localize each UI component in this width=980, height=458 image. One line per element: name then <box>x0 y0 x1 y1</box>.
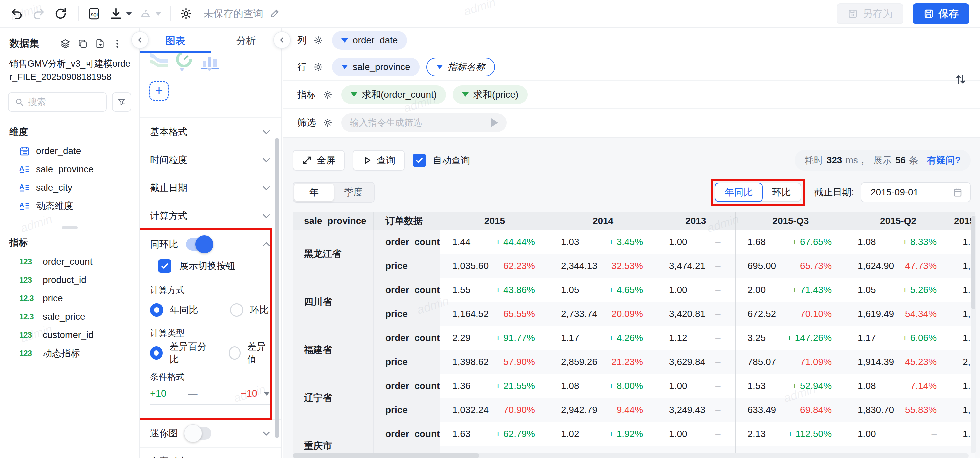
save-as-button[interactable]: 另存为 <box>837 3 903 24</box>
metrics-gear-icon[interactable] <box>323 90 332 100</box>
layers-icon[interactable] <box>60 38 71 49</box>
field-sale_province[interactable]: A sale_province <box>0 160 139 178</box>
field-product_id[interactable]: 123product_id <box>0 271 139 289</box>
edit-title-pencil-icon[interactable] <box>269 8 280 19</box>
columns-gear-icon[interactable] <box>313 35 323 45</box>
panel-scrollbar[interactable] <box>275 138 279 438</box>
checkbox-checked-icon[interactable] <box>413 154 426 167</box>
period-comparison-toggle[interactable] <box>186 238 212 251</box>
value-cell: 1.08 <box>846 230 896 254</box>
section-sparkline[interactable]: 迷你图 <box>140 419 282 447</box>
province-cell: 黑龙江省 <box>293 230 374 278</box>
save-button[interactable]: 保存 <box>913 3 969 24</box>
run-query-button[interactable]: 查询 <box>353 150 405 171</box>
radio-unselected-icon[interactable] <box>230 303 243 316</box>
field-sale_city[interactable]: A sale_city <box>0 178 139 197</box>
value-cell: 1,830.70 <box>846 398 896 422</box>
section-basic-format[interactable]: 基本格式 <box>140 118 282 146</box>
pill-order_date[interactable]: order_date <box>332 31 407 50</box>
chevron-down-icon <box>261 127 271 137</box>
alert-icon[interactable] <box>138 7 152 20</box>
field-sale_price[interactable]: 12.3sale_price <box>0 307 139 326</box>
alert-caret-icon[interactable] <box>155 12 161 16</box>
radio-selected-icon[interactable] <box>150 346 163 359</box>
conditional-format-input[interactable]: +10 — −10 <box>150 388 270 405</box>
field-customer_id[interactable]: 123customer_id <box>0 326 139 344</box>
sql-icon[interactable]: SQL <box>88 7 101 20</box>
dropdown-caret-icon[interactable] <box>263 392 270 396</box>
field-order_count[interactable]: 123order_count <box>0 252 139 271</box>
section-text-align[interactable]: 文字对齐 <box>140 447 282 458</box>
positive-threshold[interactable]: +10 <box>150 388 166 399</box>
pill-metric-names[interactable]: 指标名称 <box>426 58 495 76</box>
section-calc-method[interactable]: 计算方式 <box>140 202 282 230</box>
file-sync-icon[interactable] <box>95 38 105 49</box>
column-header: 订单数据 <box>374 212 440 230</box>
sparkline-toggle[interactable] <box>186 427 212 440</box>
download-caret-icon[interactable] <box>126 12 132 16</box>
table-horizontal-scrollbar[interactable] <box>293 453 969 458</box>
table-row: price1,032.24− 70.90%2,942.79− 9.44%3,24… <box>293 398 975 422</box>
auto-query-checkbox-row[interactable]: 自动查询 <box>413 154 470 167</box>
pill-sum-price[interactable]: 求和(price) <box>453 85 528 104</box>
sankey-chart-icon[interactable] <box>149 53 169 69</box>
compare-yoy-button[interactable]: 年同比 <box>715 183 763 202</box>
radio-yoy-label[interactable]: 年同比 <box>170 304 198 316</box>
filter-gear-icon[interactable] <box>323 118 332 128</box>
chevron-left-icon <box>136 36 144 45</box>
table-row: 四川省order_count1.55+ 43.86%1.05+ 4.65%1.0… <box>293 278 975 302</box>
pill-sum-order_count[interactable]: 求和(order_count) <box>341 85 446 104</box>
rows-gear-icon[interactable] <box>313 62 323 72</box>
field-order_date[interactable]: order_date <box>0 142 139 160</box>
download-icon[interactable] <box>109 7 123 20</box>
radio-mom-label[interactable]: 环比 <box>250 304 269 316</box>
field-dynamic-dimension[interactable]: A 动态维度 <box>0 197 139 215</box>
radio-diff-value-label[interactable]: 差异值 <box>247 340 271 366</box>
fullscreen-button[interactable]: 全屏 <box>293 150 345 171</box>
collapse-sidebar-button[interactable] <box>131 31 149 49</box>
redo-icon[interactable] <box>32 7 45 20</box>
radio-unselected-icon[interactable] <box>229 346 240 359</box>
kebab-menu-icon[interactable] <box>112 38 123 49</box>
negative-threshold[interactable]: −10 <box>241 388 257 399</box>
help-link[interactable]: 有疑问? <box>927 154 961 167</box>
refresh-icon[interactable] <box>54 7 67 20</box>
pill-sale_province[interactable]: sale_province <box>332 58 420 76</box>
compare-mom-button[interactable]: 环比 <box>759 183 801 202</box>
checkbox-checked-icon[interactable] <box>158 259 171 273</box>
show-switch-checkbox-row[interactable]: 展示切换按钮 <box>150 257 271 275</box>
undo-icon[interactable] <box>10 7 23 20</box>
search-input[interactable]: 搜索 <box>8 92 107 112</box>
send-arrow-icon[interactable] <box>492 118 498 127</box>
copy-icon[interactable] <box>77 38 88 49</box>
radio-diff-percent-label[interactable]: 差异百分比 <box>169 340 211 366</box>
section-time-granularity[interactable]: 时间粒度 <box>140 146 282 174</box>
delta-cell: − 70.90% <box>490 398 549 422</box>
table-vertical-scrollbar[interactable] <box>970 215 976 453</box>
play-icon <box>362 155 372 165</box>
field-filter-button[interactable] <box>112 92 131 112</box>
gauge-chart-icon[interactable] <box>175 53 193 69</box>
panel-drag-handle[interactable] <box>62 226 78 229</box>
dataset-name[interactable]: 销售GMV分析_v3_可建模order_FILE_20250908181958 <box>10 57 130 84</box>
metric-cell: price <box>374 302 440 326</box>
collapse-config-panel-button[interactable] <box>273 31 291 49</box>
granularity-quarter-button[interactable]: 季度 <box>334 184 373 201</box>
add-chart-button[interactable]: + <box>150 81 169 101</box>
tab-analysis[interactable]: 分析 <box>211 28 282 53</box>
radio-selected-icon[interactable] <box>150 303 163 316</box>
bar-chart-icon[interactable] <box>200 54 220 70</box>
field-price[interactable]: 12.3price <box>0 289 139 307</box>
query-settings-gear-icon[interactable] <box>179 7 192 20</box>
sort-swap-icon[interactable] <box>955 73 967 85</box>
value-cell: 1,164.52 <box>440 302 490 326</box>
deadline-date-input[interactable]: 2015-09-01 <box>861 182 970 202</box>
granularity-year-button[interactable]: 年 <box>294 184 334 201</box>
section-deadline[interactable]: 截止日期 <box>140 174 282 202</box>
delta-cell: – <box>710 326 735 350</box>
filter-command-input[interactable]: 输入指令生成筛选 <box>341 113 507 132</box>
field-dynamic-metric[interactable]: 123动态指标 <box>0 344 139 363</box>
tab-chart[interactable]: 图表 <box>140 28 211 53</box>
chart-config-panel: 图表 分析 + 基本格式 时间粒度 截止日期 计算方式 同环比 <box>140 28 282 458</box>
delta-cell: + 67.65% <box>787 230 846 254</box>
